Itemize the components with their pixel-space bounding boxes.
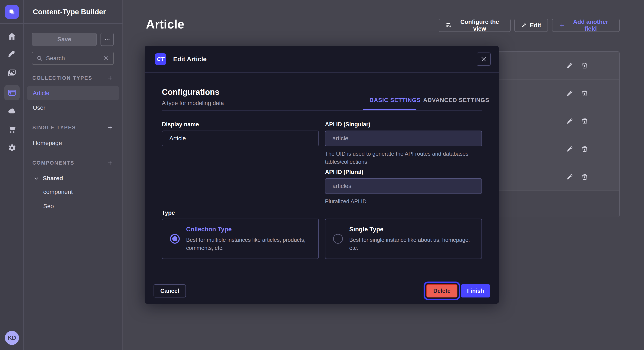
type-option-single[interactable]: Single Type Best for single instance lik… bbox=[325, 219, 482, 259]
row-delete-trash-icon[interactable] bbox=[581, 62, 588, 69]
active-tab-underline bbox=[363, 109, 416, 110]
section-label: SINGLE TYPES bbox=[32, 125, 76, 131]
finish-button[interactable]: Finish bbox=[461, 284, 490, 298]
row-edit-pencil-icon[interactable] bbox=[566, 173, 573, 180]
rail-divider bbox=[0, 328, 24, 328]
edit-button[interactable]: Edit bbox=[514, 19, 548, 32]
api-id-singular-input[interactable] bbox=[325, 131, 482, 146]
section-collection-types: COLLECTION TYPES bbox=[32, 74, 114, 82]
plus-icon bbox=[107, 124, 113, 131]
api-id-singular-helper: The UID is used to generate the API rout… bbox=[325, 150, 474, 166]
type-option-title: Single Type bbox=[349, 226, 475, 233]
sidebar-item-component[interactable]: component bbox=[27, 185, 119, 199]
user-avatar[interactable]: KD bbox=[5, 331, 19, 345]
subnav: Content-Type Builder Save COLLECTION TYP… bbox=[24, 0, 123, 350]
add-single-type-button[interactable] bbox=[106, 124, 114, 131]
type-option-collection[interactable]: Collection Type Best for multiple instan… bbox=[162, 219, 319, 259]
modal-header: CT Edit Article bbox=[144, 46, 499, 73]
api-id-plural-input[interactable] bbox=[325, 178, 482, 194]
api-id-plural-helper: Pluralized API ID bbox=[325, 197, 474, 205]
row-delete-trash-icon[interactable] bbox=[581, 173, 588, 180]
row-edit-pencil-icon[interactable] bbox=[566, 118, 573, 125]
edit-label: Edit bbox=[530, 22, 541, 29]
configurations-subtitle: A type for modeling data bbox=[162, 100, 224, 107]
strapi-logo-glyph bbox=[8, 8, 16, 15]
api-id-singular-label: API ID (Singular) bbox=[325, 121, 370, 128]
chevron-down-icon bbox=[34, 176, 39, 181]
display-name-input[interactable] bbox=[162, 131, 319, 146]
search-input[interactable] bbox=[46, 55, 103, 62]
plugin-title: Content-Type Builder bbox=[33, 8, 106, 16]
sidebar-item-label: Article bbox=[33, 90, 50, 97]
clear-search-icon[interactable] bbox=[103, 55, 109, 61]
gear-icon[interactable] bbox=[0, 143, 24, 152]
row-edit-pencil-icon[interactable] bbox=[566, 146, 573, 153]
add-component-button[interactable] bbox=[106, 159, 114, 167]
home-icon[interactable] bbox=[0, 32, 24, 41]
app-window: KD Content-Type Builder Save COLLECTION … bbox=[0, 0, 644, 350]
radio-unselected-icon bbox=[333, 234, 343, 244]
page-title: Article bbox=[146, 17, 184, 31]
row-delete-trash-icon[interactable] bbox=[581, 90, 588, 97]
add-another-field-label: Add another field bbox=[568, 18, 613, 32]
radio-selected-icon bbox=[170, 234, 180, 244]
sidebar-item-label: Shared bbox=[43, 175, 63, 182]
sidebar-item-label: component bbox=[43, 189, 73, 195]
type-label: Type bbox=[162, 210, 175, 216]
configure-view-icon bbox=[446, 22, 452, 29]
row-delete-trash-icon[interactable] bbox=[581, 146, 588, 153]
type-option-title: Collection Type bbox=[186, 226, 312, 233]
sidebar-item-user[interactable]: User bbox=[27, 101, 119, 115]
configure-view-label: Configure the view bbox=[456, 18, 504, 32]
delete-button[interactable]: Delete bbox=[426, 284, 458, 298]
section-label: COLLECTION TYPES bbox=[32, 75, 92, 81]
display-name-label: Display name bbox=[162, 121, 199, 128]
add-another-field-button[interactable]: Add another field bbox=[552, 19, 620, 32]
type-option-description: Best for single instance like about us, … bbox=[349, 236, 475, 252]
media-library-icon[interactable] bbox=[0, 68, 24, 77]
tab-basic-settings[interactable]: BASIC SETTINGS bbox=[370, 97, 421, 104]
cloud-icon[interactable] bbox=[0, 106, 24, 115]
type-option-description: Best for multiple instances like article… bbox=[186, 236, 312, 252]
search-box bbox=[32, 52, 114, 65]
sidebar-group-shared[interactable]: Shared bbox=[27, 172, 119, 185]
edit-article-modal: CT Edit Article Configurations A type fo… bbox=[144, 46, 499, 304]
sidebar-item-label: User bbox=[33, 104, 45, 111]
plus-icon bbox=[107, 160, 113, 166]
sidebar-item-label: Seo bbox=[43, 203, 54, 210]
row-edit-pencil-icon[interactable] bbox=[566, 62, 573, 69]
feather-icon[interactable] bbox=[0, 50, 24, 59]
more-options-button[interactable] bbox=[100, 33, 114, 46]
pencil-icon bbox=[521, 22, 526, 28]
content-type-builder-icon[interactable] bbox=[4, 85, 20, 100]
plus-icon bbox=[559, 22, 565, 29]
section-components: COMPONENTS bbox=[32, 159, 114, 167]
sidebar-item-label: Homepage bbox=[33, 140, 62, 147]
section-label: COMPONENTS bbox=[32, 160, 74, 166]
add-collection-type-button[interactable] bbox=[106, 74, 114, 82]
row-delete-trash-icon[interactable] bbox=[581, 118, 588, 125]
rail-logo-section bbox=[0, 0, 24, 24]
icon-rail: KD bbox=[0, 0, 24, 350]
api-id-plural-label: API ID (Plural) bbox=[325, 169, 363, 175]
close-modal-button[interactable] bbox=[476, 52, 491, 66]
strapi-logo[interactable] bbox=[5, 5, 19, 19]
modal-title: Edit Article bbox=[173, 55, 206, 63]
close-icon bbox=[480, 56, 487, 62]
configure-view-button[interactable]: Configure the view bbox=[439, 19, 511, 32]
plus-icon bbox=[107, 75, 113, 81]
sidebar-item-homepage[interactable]: Homepage bbox=[27, 136, 119, 150]
subnav-header: Content-Type Builder bbox=[24, 0, 122, 24]
tab-advanced-settings[interactable]: ADVANCED SETTINGS bbox=[423, 97, 490, 104]
row-edit-pencil-icon[interactable] bbox=[566, 90, 573, 97]
ellipsis-icon bbox=[104, 36, 110, 42]
content-type-badge: CT bbox=[155, 53, 166, 65]
configurations-heading: Configurations bbox=[162, 88, 219, 97]
save-button[interactable]: Save bbox=[32, 33, 97, 46]
search-icon bbox=[37, 55, 42, 61]
sidebar-item-article[interactable]: Article bbox=[27, 86, 119, 100]
sidebar-item-seo[interactable]: Seo bbox=[27, 199, 119, 213]
cancel-button[interactable]: Cancel bbox=[154, 284, 186, 298]
cart-icon[interactable] bbox=[0, 125, 24, 134]
modal-footer: Cancel Delete Finish bbox=[144, 277, 499, 304]
